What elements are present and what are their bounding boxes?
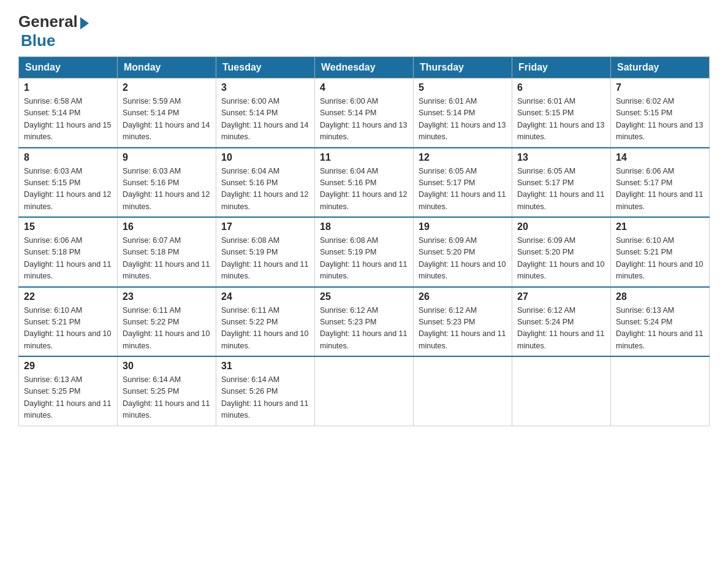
day-number: 25 [320,291,408,302]
day-info: Sunrise: 6:00 AMSunset: 5:14 PMDaylight:… [320,97,407,141]
calendar-cell: 18Sunrise: 6:08 AMSunset: 5:19 PMDayligh… [315,217,414,287]
day-number: 28 [616,291,704,302]
calendar-cell: 31Sunrise: 6:14 AMSunset: 5:26 PMDayligh… [216,356,315,426]
calendar-cell: 23Sunrise: 6:11 AMSunset: 5:22 PMDayligh… [118,287,216,357]
calendar-cell: 9Sunrise: 6:03 AMSunset: 5:16 PMDaylight… [118,148,216,218]
day-info: Sunrise: 6:09 AMSunset: 5:20 PMDaylight:… [419,236,506,280]
day-number: 4 [320,82,408,93]
day-info: Sunrise: 6:14 AMSunset: 5:25 PMDaylight:… [123,375,210,419]
calendar-cell: 30Sunrise: 6:14 AMSunset: 5:25 PMDayligh… [118,356,216,426]
calendar-cell: 15Sunrise: 6:06 AMSunset: 5:18 PMDayligh… [19,217,118,287]
calendar-cell [315,356,414,426]
day-number: 26 [419,291,507,302]
calendar-cell [414,356,512,426]
day-info: Sunrise: 6:10 AMSunset: 5:21 PMDaylight:… [616,236,703,280]
day-info: Sunrise: 6:06 AMSunset: 5:17 PMDaylight:… [616,167,703,211]
calendar-cell: 25Sunrise: 6:12 AMSunset: 5:23 PMDayligh… [315,287,414,357]
calendar-cell: 29Sunrise: 6:13 AMSunset: 5:25 PMDayligh… [19,356,118,426]
day-info: Sunrise: 5:59 AMSunset: 5:14 PMDaylight:… [123,97,210,141]
calendar-table: SundayMondayTuesdayWednesdayThursdayFrid… [18,56,710,426]
week-row-1: 1Sunrise: 6:58 AMSunset: 5:14 PMDaylight… [19,79,710,148]
calendar-cell: 17Sunrise: 6:08 AMSunset: 5:19 PMDayligh… [216,217,315,287]
day-number: 31 [221,361,309,372]
day-info: Sunrise: 6:05 AMSunset: 5:17 PMDaylight:… [517,167,604,211]
calendar-cell [611,356,710,426]
day-info: Sunrise: 6:07 AMSunset: 5:18 PMDaylight:… [123,236,210,280]
day-number: 27 [517,291,605,302]
day-number: 24 [221,291,309,302]
day-info: Sunrise: 6:08 AMSunset: 5:19 PMDaylight:… [221,236,308,280]
calendar-cell: 5Sunrise: 6:01 AMSunset: 5:14 PMDaylight… [414,79,512,148]
logo: General Blue [18,12,89,50]
day-info: Sunrise: 6:03 AMSunset: 5:15 PMDaylight:… [24,167,111,211]
day-info: Sunrise: 6:04 AMSunset: 5:16 PMDaylight:… [221,167,308,211]
day-number: 10 [221,152,309,163]
calendar-cell: 26Sunrise: 6:12 AMSunset: 5:23 PMDayligh… [414,287,512,357]
page-header: General Blue [18,12,710,50]
day-info: Sunrise: 6:00 AMSunset: 5:14 PMDaylight:… [221,97,308,141]
day-info: Sunrise: 6:06 AMSunset: 5:18 PMDaylight:… [24,236,111,280]
day-info: Sunrise: 6:11 AMSunset: 5:22 PMDaylight:… [123,306,210,350]
calendar-cell: 11Sunrise: 6:04 AMSunset: 5:16 PMDayligh… [315,148,414,218]
day-info: Sunrise: 6:12 AMSunset: 5:24 PMDaylight:… [517,306,604,350]
day-info: Sunrise: 6:14 AMSunset: 5:26 PMDaylight:… [221,375,308,419]
calendar-body: 1Sunrise: 6:58 AMSunset: 5:14 PMDaylight… [19,79,710,426]
day-number: 17 [221,221,309,232]
calendar-cell: 2Sunrise: 5:59 AMSunset: 5:14 PMDaylight… [118,79,216,148]
week-row-3: 15Sunrise: 6:06 AMSunset: 5:18 PMDayligh… [19,217,710,287]
day-info: Sunrise: 6:11 AMSunset: 5:22 PMDaylight:… [221,306,308,350]
header-friday: Friday [512,57,611,79]
calendar-cell: 21Sunrise: 6:10 AMSunset: 5:21 PMDayligh… [611,217,710,287]
day-number: 12 [419,152,507,163]
week-row-4: 22Sunrise: 6:10 AMSunset: 5:21 PMDayligh… [19,287,710,357]
day-number: 29 [24,361,112,372]
calendar-cell: 24Sunrise: 6:11 AMSunset: 5:22 PMDayligh… [216,287,315,357]
day-number: 19 [419,221,507,232]
day-info: Sunrise: 6:12 AMSunset: 5:23 PMDaylight:… [320,306,407,350]
calendar-cell: 20Sunrise: 6:09 AMSunset: 5:20 PMDayligh… [512,217,611,287]
calendar-cell: 22Sunrise: 6:10 AMSunset: 5:21 PMDayligh… [19,287,118,357]
day-info: Sunrise: 6:10 AMSunset: 5:21 PMDaylight:… [24,306,111,350]
day-info: Sunrise: 6:02 AMSunset: 5:15 PMDaylight:… [616,97,703,141]
calendar-cell: 13Sunrise: 6:05 AMSunset: 5:17 PMDayligh… [512,148,611,218]
day-number: 8 [24,152,112,163]
day-number: 30 [123,361,211,372]
day-number: 23 [123,291,211,302]
day-number: 13 [517,152,605,163]
day-info: Sunrise: 6:08 AMSunset: 5:19 PMDaylight:… [320,236,407,280]
day-number: 6 [517,82,605,93]
day-number: 1 [24,82,112,93]
day-number: 3 [221,82,309,93]
calendar-cell: 4Sunrise: 6:00 AMSunset: 5:14 PMDaylight… [315,79,414,148]
calendar-cell: 14Sunrise: 6:06 AMSunset: 5:17 PMDayligh… [611,148,710,218]
day-number: 15 [24,221,112,232]
day-info: Sunrise: 6:58 AMSunset: 5:14 PMDaylight:… [24,97,111,141]
day-info: Sunrise: 6:04 AMSunset: 5:16 PMDaylight:… [320,167,407,211]
calendar-cell: 28Sunrise: 6:13 AMSunset: 5:24 PMDayligh… [611,287,710,357]
logo-arrow-icon [80,17,89,29]
day-number: 9 [123,152,211,163]
header-thursday: Thursday [414,57,512,79]
day-number: 22 [24,291,112,302]
calendar-cell: 10Sunrise: 6:04 AMSunset: 5:16 PMDayligh… [216,148,315,218]
day-info: Sunrise: 6:13 AMSunset: 5:25 PMDaylight:… [24,375,111,419]
day-info: Sunrise: 6:01 AMSunset: 5:14 PMDaylight:… [419,97,506,141]
logo-general-text: General [18,12,78,31]
calendar-header: SundayMondayTuesdayWednesdayThursdayFrid… [19,57,710,79]
calendar-cell: 3Sunrise: 6:00 AMSunset: 5:14 PMDaylight… [216,79,315,148]
calendar-cell: 27Sunrise: 6:12 AMSunset: 5:24 PMDayligh… [512,287,611,357]
day-number: 14 [616,152,704,163]
day-number: 11 [320,152,408,163]
calendar-cell: 8Sunrise: 6:03 AMSunset: 5:15 PMDaylight… [19,148,118,218]
day-number: 16 [123,221,211,232]
day-info: Sunrise: 6:09 AMSunset: 5:20 PMDaylight:… [517,236,604,280]
day-number: 20 [517,221,605,232]
day-number: 2 [123,82,211,93]
logo-blue-text: Blue [21,31,55,50]
day-info: Sunrise: 6:01 AMSunset: 5:15 PMDaylight:… [517,97,604,141]
week-row-5: 29Sunrise: 6:13 AMSunset: 5:25 PMDayligh… [19,356,710,426]
calendar-cell: 6Sunrise: 6:01 AMSunset: 5:15 PMDaylight… [512,79,611,148]
day-info: Sunrise: 6:12 AMSunset: 5:23 PMDaylight:… [419,306,506,350]
calendar-cell [512,356,611,426]
calendar-cell: 19Sunrise: 6:09 AMSunset: 5:20 PMDayligh… [414,217,512,287]
